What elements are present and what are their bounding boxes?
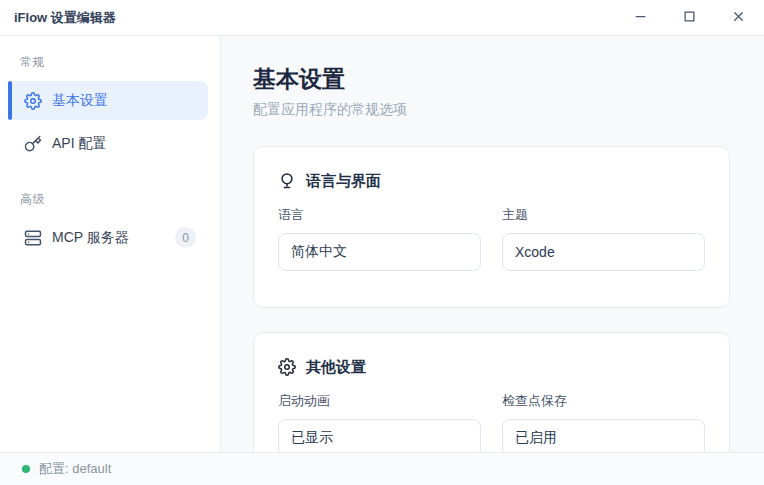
startup-animation-select[interactable]: 已显示 bbox=[278, 419, 481, 452]
main-content: 基本设置 配置应用程序的常规选项 语言与界面 语言 简体中文 主题 bbox=[221, 36, 764, 452]
sidebar-item-label: API 配置 bbox=[52, 135, 106, 153]
sidebar-section-general: 常规 bbox=[20, 54, 220, 71]
maximize-button[interactable] bbox=[665, 0, 714, 35]
sidebar-section-advanced: 高级 bbox=[20, 191, 220, 208]
card-language-interface: 语言与界面 语言 简体中文 主题 Xcode bbox=[253, 146, 730, 308]
theme-select[interactable]: Xcode bbox=[502, 233, 705, 271]
minimize-icon bbox=[633, 9, 648, 27]
close-button[interactable] bbox=[714, 0, 763, 35]
config-status-label: 配置: default bbox=[39, 460, 111, 478]
minimize-button[interactable] bbox=[616, 0, 665, 35]
field-label: 语言 bbox=[278, 207, 481, 223]
titlebar: iFlow 设置编辑器 bbox=[0, 0, 764, 36]
page-title: 基本设置 bbox=[253, 64, 730, 94]
mcp-count-badge: 0 bbox=[175, 227, 196, 248]
globe-icon bbox=[278, 172, 296, 190]
app-window: iFlow 设置编辑器 常规 bbox=[0, 0, 764, 485]
field-label: 主题 bbox=[502, 207, 705, 223]
server-icon bbox=[24, 229, 42, 247]
window-controls bbox=[616, 0, 764, 35]
sidebar-item-basic-settings[interactable]: 基本设置 bbox=[8, 81, 208, 120]
field-startup-animation: 启动动画 已显示 bbox=[278, 393, 481, 452]
card-other-settings: 其他设置 启动动画 已显示 检查点保存 已启用 bbox=[253, 332, 730, 452]
card-header: 语言与界面 bbox=[278, 171, 705, 191]
sidebar-item-label: MCP 服务器 bbox=[52, 229, 129, 247]
field-theme: 主题 Xcode bbox=[502, 207, 705, 271]
app-body: 常规 基本设置 API 配置 高级 MCP 服务器 0 bbox=[0, 36, 764, 452]
gear-icon bbox=[24, 92, 42, 110]
card-title: 其他设置 bbox=[306, 358, 366, 377]
fields-grid: 语言 简体中文 主题 Xcode bbox=[278, 207, 705, 271]
card-title: 语言与界面 bbox=[306, 172, 381, 191]
field-language: 语言 简体中文 bbox=[278, 207, 481, 271]
field-checkpoint-save: 检查点保存 已启用 bbox=[502, 393, 705, 452]
checkpoint-save-select[interactable]: 已启用 bbox=[502, 419, 705, 452]
page-subtitle: 配置应用程序的常规选项 bbox=[253, 100, 730, 118]
maximize-icon bbox=[682, 9, 697, 27]
status-dot bbox=[22, 465, 30, 473]
card-header: 其他设置 bbox=[278, 357, 705, 377]
key-icon bbox=[24, 135, 42, 153]
sidebar-item-label: 基本设置 bbox=[52, 92, 108, 110]
sidebar-item-api-config[interactable]: API 配置 bbox=[8, 124, 208, 163]
window-title: iFlow 设置编辑器 bbox=[14, 9, 116, 27]
language-select[interactable]: 简体中文 bbox=[278, 233, 481, 271]
fields-grid: 启动动画 已显示 检查点保存 已启用 bbox=[278, 393, 705, 452]
statusbar: 配置: default bbox=[0, 452, 764, 485]
field-label: 启动动画 bbox=[278, 393, 481, 409]
gear-icon bbox=[278, 358, 296, 376]
sidebar-item-mcp-server[interactable]: MCP 服务器 0 bbox=[8, 218, 208, 257]
active-indicator-bar bbox=[8, 81, 12, 120]
field-label: 检查点保存 bbox=[502, 393, 705, 409]
close-icon bbox=[731, 9, 746, 27]
sidebar: 常规 基本设置 API 配置 高级 MCP 服务器 0 bbox=[0, 36, 221, 452]
